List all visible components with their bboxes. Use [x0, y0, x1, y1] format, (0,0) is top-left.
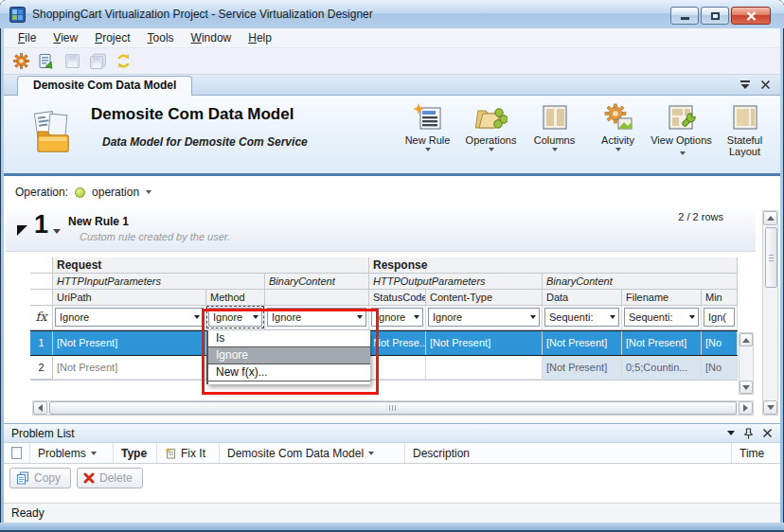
column-header-method[interactable]: Method: [206, 290, 265, 306]
view-options-icon: [667, 103, 697, 132]
cell-contenttype[interactable]: [426, 356, 543, 380]
rule-number: 1: [34, 210, 48, 239]
refresh-icon: [116, 53, 132, 69]
fx-dropdown-uripath[interactable]: Ignore: [55, 308, 204, 327]
rule-dropdown-caret-icon[interactable]: [53, 229, 61, 234]
scroll-down-button[interactable]: [763, 400, 777, 415]
stateful-layout-button[interactable]: Stateful Layout: [713, 98, 776, 170]
column-header-mime[interactable]: Min: [702, 290, 738, 306]
fx-dropdown-filename[interactable]: Sequenti:: [624, 308, 699, 327]
menu-window[interactable]: Window: [183, 29, 241, 46]
rule-header[interactable]: 1 New Rule 1 Custom rule created by the …: [6, 208, 756, 252]
column-header-statuscode[interactable]: StatusCode: [369, 290, 426, 306]
minimize-button[interactable]: [670, 7, 699, 25]
column-header-filename[interactable]: Filename: [622, 290, 702, 306]
delete-button[interactable]: Delete: [77, 468, 143, 488]
cell-contenttype[interactable]: [Not Present]: [426, 331, 543, 355]
maximize-button[interactable]: [701, 7, 729, 25]
menu-item-is[interactable]: Is: [208, 330, 370, 347]
menu-project[interactable]: Project: [86, 29, 138, 46]
dropdown-caret-icon: [368, 452, 374, 455]
cell-uripath[interactable]: [Not Present]: [53, 356, 206, 380]
dropdown-caret-icon[interactable]: [146, 190, 151, 194]
fx-dropdown-contenttype[interactable]: Ignore: [428, 308, 540, 327]
column-time[interactable]: Time: [731, 443, 780, 463]
column-header-uripath[interactable]: UriPath: [53, 290, 206, 306]
save-button-disabled[interactable]: [62, 52, 81, 71]
table-row-selected[interactable]: 1 [Not Present] Not Prese... [Not Presen…: [30, 330, 738, 356]
fx-dropdown-mime[interactable]: Ign(: [704, 308, 735, 327]
arrow-down-icon: [767, 405, 775, 410]
menu-file[interactable]: File: [9, 29, 45, 46]
scroll-up-button[interactable]: [739, 333, 753, 346]
table-row[interactable]: 2 [Not Present] [Not Present] 0;5;Counti…: [30, 356, 738, 381]
close-panel-icon[interactable]: [762, 428, 773, 438]
refresh-button[interactable]: [114, 52, 133, 71]
scroll-down-button[interactable]: [739, 381, 753, 394]
columns-button[interactable]: Columns: [523, 98, 586, 170]
column-fixit[interactable]: Fix It: [157, 443, 220, 463]
fx-dropdown-binarycontent[interactable]: Ignore: [267, 308, 366, 327]
column-type[interactable]: Type: [114, 443, 157, 463]
column-header-data[interactable]: Data: [543, 290, 622, 306]
cell-mime[interactable]: [No: [702, 331, 738, 355]
column-header-contenttype[interactable]: Content-Type: [426, 290, 543, 306]
action-label: New Rule: [405, 134, 451, 146]
menu-item-new-fx[interactable]: New f(x)...: [208, 364, 370, 381]
save-all-button-disabled[interactable]: [88, 52, 107, 71]
tab-list-icon[interactable]: [739, 80, 751, 90]
select-all-checkbox[interactable]: [11, 447, 22, 459]
settings-gear-button[interactable]: [11, 52, 30, 71]
cell-statuscode[interactable]: Not Prese...: [369, 331, 426, 355]
column-problems[interactable]: Problems: [30, 443, 114, 463]
grid-column-row: UriPath Method StatusCode Content-Type D…: [30, 290, 738, 306]
page-vertical-scrollbar[interactable]: [762, 210, 778, 416]
pin-icon[interactable]: [743, 428, 754, 439]
panel-menu-icon[interactable]: [727, 431, 735, 435]
action-label: Columns: [534, 134, 575, 146]
application-window: ShoppingCart Virtualization Project - Se…: [0, 0, 784, 532]
new-project-icon: [38, 53, 55, 70]
horizontal-scrollbar[interactable]: [32, 400, 754, 416]
problem-list-header: Problems Type Fix It Demosite Com Data M…: [4, 443, 780, 464]
cell-mime[interactable]: [No: [702, 356, 738, 380]
scrollbar-thumb[interactable]: [49, 401, 737, 415]
copy-button[interactable]: Copy: [9, 468, 71, 488]
column-header-binary-blank[interactable]: [265, 290, 369, 306]
grid-vertical-scrollbar[interactable]: [739, 332, 754, 395]
collapse-rule-icon[interactable]: [17, 225, 27, 236]
fx-dropdown-data[interactable]: Sequenti:: [544, 308, 619, 327]
cell-data[interactable]: [Not Present]: [543, 331, 622, 355]
scroll-left-button[interactable]: [33, 401, 47, 415]
new-rule-button[interactable]: New Rule: [396, 98, 459, 170]
menu-view[interactable]: View: [45, 29, 86, 46]
operation-selector[interactable]: operation: [92, 186, 139, 199]
column-description[interactable]: Description: [405, 443, 731, 463]
menu-tools[interactable]: Tools: [139, 29, 183, 46]
scroll-up-button[interactable]: [763, 211, 777, 225]
new-project-button[interactable]: [37, 52, 56, 71]
problem-list-titlebar[interactable]: Problem List: [4, 424, 780, 443]
fx-dropdown-statuscode[interactable]: Ignore: [371, 308, 423, 327]
scroll-right-button[interactable]: [739, 401, 753, 415]
cell-data[interactable]: [Not Present]: [543, 356, 622, 380]
operations-button[interactable]: Operations: [459, 98, 523, 170]
cell-filename[interactable]: [Not Present]: [622, 331, 702, 355]
tab-close-icon[interactable]: [760, 80, 771, 90]
cell-filename[interactable]: 0;5;Countin...: [622, 356, 702, 380]
view-options-button[interactable]: View Options: [650, 98, 713, 170]
cell-statuscode[interactable]: [369, 356, 426, 380]
activity-button[interactable]: Activity: [586, 98, 650, 170]
menu-item-ignore-selected[interactable]: Ignore: [208, 347, 370, 364]
fx-dropdown-method[interactable]: Ignore: [208, 308, 262, 327]
close-button[interactable]: [731, 7, 771, 25]
cell-uripath[interactable]: [Not Present]: [53, 331, 206, 355]
tab-bar: Demosite Com Data Model: [4, 75, 780, 96]
scrollbar-thumb[interactable]: [765, 227, 777, 288]
column-model-filter[interactable]: Demosite Com Data Model: [220, 443, 405, 463]
title-bar[interactable]: ShoppingCart Virtualization Project - Se…: [0, 0, 784, 28]
settings-gear-icon: [13, 53, 29, 69]
menu-help[interactable]: Help: [240, 29, 280, 46]
dropdown-caret-icon: [91, 452, 97, 455]
tab-data-model[interactable]: Demosite Com Data Model: [17, 76, 192, 96]
